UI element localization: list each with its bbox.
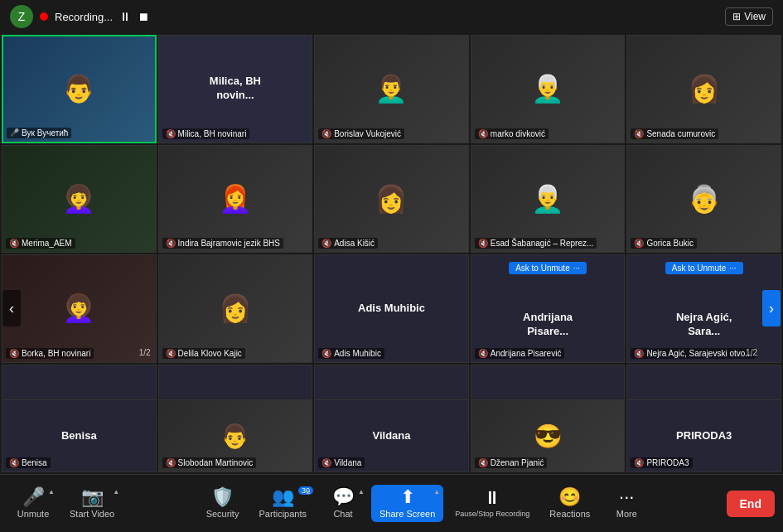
display-name-milica: Milica, BH novin... bbox=[197, 75, 273, 103]
tile-display-benisa: Benisa bbox=[61, 429, 97, 443]
ask-unmute-dots-andrijana[interactable]: ··· bbox=[573, 264, 580, 273]
ask-unmute-dots-nejra[interactable]: ··· bbox=[729, 264, 736, 273]
start-video-label: Start Video bbox=[70, 509, 114, 519]
security-button[interactable]: 🛡️ Security bbox=[198, 485, 248, 522]
tile-name-marko: marko divković bbox=[491, 129, 545, 138]
reactions-label: Reactions bbox=[549, 509, 590, 519]
start-video-icon: 📷 bbox=[81, 488, 104, 506]
video-caret[interactable]: ▲ bbox=[113, 488, 119, 496]
more-button[interactable]: ··· More bbox=[602, 485, 651, 522]
muted-icon-merima: 🔇 bbox=[9, 239, 19, 248]
video-tile-andrijana: Ask to Unmute ··· Andrijana Pisare... 🔇 … bbox=[471, 254, 626, 363]
muted-icon-andrijana: 🔇 bbox=[478, 349, 488, 358]
extra-row: Benisa 🔇 Benisa 👨 🔇 Slobodan Martinovic … bbox=[0, 399, 783, 474]
reactions-button[interactable]: 😊 Reactions bbox=[541, 485, 598, 522]
tile-label-merima: 🔇 Merima_AEM bbox=[6, 238, 75, 249]
tile-name-dzenan: Dženan Pjanić bbox=[491, 458, 544, 467]
pause-recording-icon[interactable]: ⏸ bbox=[119, 10, 131, 23]
tile-name-vildana: Vildana bbox=[334, 458, 361, 467]
more-icon: ··· bbox=[619, 488, 634, 506]
muted-icon-vildana: 🔇 bbox=[321, 458, 331, 467]
chat-icon: 💬 bbox=[332, 488, 355, 506]
video-tile-milica: Milica, BH novin... 🔇 Milica, BH novinar… bbox=[158, 35, 313, 143]
tile-display-adis: Adis Muhibic bbox=[358, 302, 425, 316]
video-tile-esad: 👨‍🦳 🔇 Esad Šabanagić – Reprez... bbox=[471, 145, 626, 254]
tile-label-priroda: 🔇 PRIRODA3 bbox=[631, 457, 692, 468]
view-button[interactable]: ⊞ View bbox=[725, 7, 773, 26]
toolbar-left: 🎤 Unmute ▲ 📷 Start Video ▲ bbox=[8, 485, 123, 522]
video-tile-delila: 👩 🔇 Delila Klovo Kajic bbox=[158, 254, 313, 363]
tile-display-priroda: PRIRODA3 bbox=[676, 429, 732, 443]
tile-label-milica: 🔇 Milica, BH novinari bbox=[162, 128, 250, 139]
ask-unmute-label-andrijana: Ask to Unmute bbox=[515, 264, 570, 273]
video-tile-benisa: Benisa 🔇 Benisa bbox=[2, 399, 157, 472]
tile-label-adis: 🔇 Adis Muhibic bbox=[318, 348, 384, 359]
tile-label-marko: 🔇 marko divković bbox=[475, 128, 549, 139]
muted-icon-milica: 🔇 bbox=[166, 129, 176, 138]
video-bg-borislav: 👨‍🦱 bbox=[315, 36, 468, 143]
unmute-button[interactable]: 🎤 Unmute ▲ bbox=[8, 485, 58, 522]
unmute-icon: 🎤 bbox=[22, 488, 45, 506]
tile-name-nejra: Nejra Agić, Sarajevski otvo... bbox=[646, 349, 752, 358]
toolbar-right: End bbox=[727, 491, 775, 517]
video-bg-gorica: 👵 bbox=[627, 146, 781, 253]
top-bar: Z Recording... ⏸ ⏹ ⊞ View bbox=[0, 0, 783, 33]
video-bg-vuk: 👨 bbox=[3, 36, 155, 142]
ask-unmute-andrijana[interactable]: Ask to Unmute ··· bbox=[509, 262, 587, 274]
page-right-arrow[interactable]: › bbox=[762, 290, 781, 326]
muted-icon-adisa: 🔇 bbox=[321, 239, 331, 248]
chat-button[interactable]: 💬 Chat ▲ bbox=[318, 485, 368, 522]
video-tile-gorica: 👵 🔇 Gorica Bukic bbox=[626, 145, 781, 254]
share-screen-icon: ⬆ bbox=[400, 488, 415, 506]
muted-icon-priroda: 🔇 bbox=[634, 458, 644, 467]
tile-label-delila: 🔇 Delila Klovo Kajic bbox=[162, 348, 245, 359]
video-tile-senada: 👩 🔇 Senada cumurovic bbox=[626, 35, 781, 143]
top-bar-left: Z Recording... ⏸ ⏹ bbox=[10, 5, 149, 28]
video-tile-dzenan: 😎 🔇 Dženan Pjanić bbox=[471, 399, 626, 472]
chat-caret[interactable]: ▲ bbox=[358, 488, 365, 496]
muted-icon-borislav: 🔇 bbox=[321, 129, 331, 138]
tile-name-benisa: Benisa bbox=[22, 458, 47, 467]
muted-icon-nejra: 🔇 bbox=[634, 349, 644, 358]
tile-name-delila: Delila Klovo Kajic bbox=[178, 349, 242, 358]
tile-label-adisa: 🔇 Adisa Kišić bbox=[318, 238, 378, 249]
ask-unmute-nejra[interactable]: Ask to Unmute ··· bbox=[665, 262, 743, 274]
tile-label-nejra: 🔇 Nejra Agić, Sarajevski otvo... bbox=[631, 348, 755, 359]
share-screen-caret[interactable]: ▲ bbox=[433, 488, 440, 496]
tile-label-dzenan: 🔇 Dženan Pjanić bbox=[475, 457, 547, 468]
tile-name-gorica: Gorica Bukic bbox=[646, 239, 694, 248]
tile-name-borka: Borka, BH novinari bbox=[22, 349, 90, 358]
tile-label-gorica: 🔇 Gorica Bukic bbox=[631, 238, 697, 249]
participants-button[interactable]: 👥 30 Participants ▲ bbox=[251, 485, 315, 522]
grid-icon: ⊞ bbox=[732, 11, 741, 22]
toolbar-center: 🛡️ Security 👥 30 Participants ▲ 💬 Chat ▲… bbox=[198, 485, 652, 522]
share-screen-button[interactable]: ⬆ Share Screen ▲ bbox=[371, 485, 443, 522]
participants-caret[interactable]: ▲ bbox=[305, 488, 312, 496]
tile-name-adisa: Adisa Kišić bbox=[334, 239, 375, 248]
muted-icon-delila: 🔇 bbox=[166, 349, 176, 358]
video-tile-borislav: 👨‍🦱 🔇 Borislav Vukojević bbox=[314, 35, 469, 143]
end-button[interactable]: End bbox=[727, 491, 775, 517]
video-bg-borka: 👩‍🦱 bbox=[2, 255, 156, 362]
top-bar-right: ⊞ View bbox=[725, 7, 773, 26]
video-tile-slobodan: 👨 🔇 Slobodan Martinovic bbox=[158, 399, 313, 472]
tile-display-milica: Milica, BH novin... bbox=[197, 75, 273, 103]
tile-display-nejra: Nejra Agić, Sara... bbox=[666, 311, 742, 339]
video-tile-adisa: 👩 🔇 Adisa Kišić bbox=[314, 145, 469, 254]
video-bg-marko: 👨‍🦳 bbox=[471, 36, 625, 143]
tile-label-slobodan: 🔇 Slobodan Martinovic bbox=[162, 457, 257, 468]
video-tile-indira: 👩‍🦰 🔇 Indira Bajramovic jezik BHS bbox=[158, 145, 313, 254]
stop-recording-icon[interactable]: ⏹ bbox=[138, 10, 149, 23]
start-video-button[interactable]: 📷 Start Video ▲ bbox=[61, 485, 123, 522]
pause-stop-recording-button[interactable]: ⏸ Pause/Stop Recording bbox=[447, 485, 538, 522]
bottom-toolbar: 🎤 Unmute ▲ 📷 Start Video ▲ 🛡️ Security 👥… bbox=[0, 474, 783, 532]
video-tile-vildana: Vildana 🔇 Vildana bbox=[314, 399, 469, 472]
muted-icon-adis: 🔇 bbox=[321, 349, 331, 358]
tile-name-priroda: PRIRODA3 bbox=[646, 458, 689, 467]
page-left-arrow[interactable]: ‹ bbox=[2, 290, 21, 326]
page-num-left: 1/2 bbox=[139, 348, 151, 357]
tile-label-senada: 🔇 Senada cumurovic bbox=[631, 128, 718, 139]
unmute-caret[interactable]: ▲ bbox=[48, 488, 55, 496]
view-label: View bbox=[744, 11, 766, 22]
muted-icon-senada: 🔇 bbox=[634, 129, 644, 138]
